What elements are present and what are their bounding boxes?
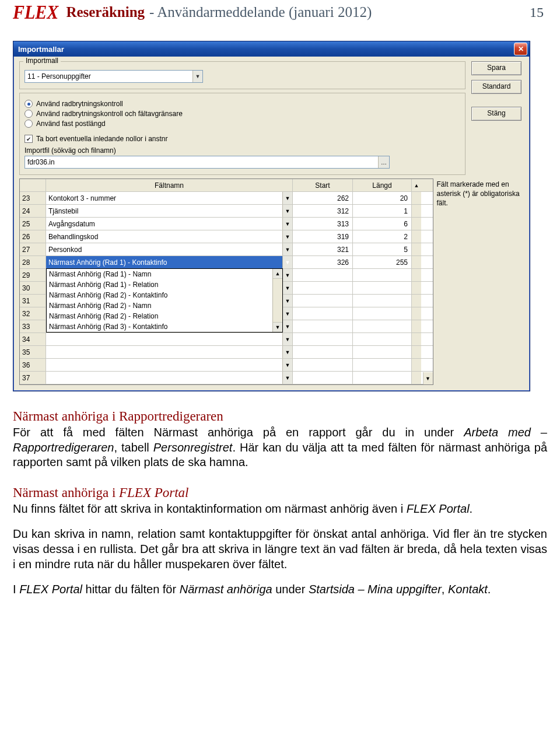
- row-start[interactable]: [293, 295, 353, 307]
- row-fieldname-cell[interactable]: ▼: [46, 333, 293, 345]
- row-fieldname-cell[interactable]: Personkod▼: [46, 243, 293, 256]
- chevron-down-icon[interactable]: ▼: [282, 333, 292, 345]
- row-length[interactable]: [353, 295, 412, 307]
- dropdown-item[interactable]: Närmast Anhörig (Rad 1) - Relation: [47, 279, 282, 290]
- chevron-down-icon[interactable]: ▼: [282, 243, 292, 256]
- row-length[interactable]: 20: [353, 192, 412, 204]
- row-fieldname-cell[interactable]: ▼: [46, 346, 293, 358]
- chevron-down-icon[interactable]: ▼: [282, 218, 292, 230]
- row-length[interactable]: [353, 320, 412, 332]
- dropdown-item[interactable]: Närmast Anhörig (Rad 1) - Namn: [47, 269, 282, 279]
- grid-scroll-track[interactable]: [412, 307, 421, 320]
- window-titlebar[interactable]: Importmallar ✕: [13, 41, 530, 57]
- row-length[interactable]: [353, 333, 412, 345]
- row-length[interactable]: [353, 307, 412, 320]
- row-start[interactable]: [293, 333, 353, 345]
- save-button[interactable]: Spara: [471, 61, 522, 75]
- row-start[interactable]: 319: [293, 230, 353, 243]
- chevron-down-icon[interactable]: ▼: [282, 372, 292, 384]
- dropdown-item[interactable]: Närmast Anhörig (Rad 2) - Relation: [47, 311, 282, 321]
- grid-scroll-track[interactable]: [412, 230, 421, 243]
- row-length[interactable]: [353, 282, 412, 294]
- dropdown-item[interactable]: Närmast Anhörig (Rad 3) - Kontaktinfo: [47, 321, 282, 332]
- table-row[interactable]: 35▼: [20, 346, 433, 359]
- close-button[interactable]: Stäng: [471, 107, 522, 121]
- row-fieldname-cell[interactable]: Kontokort 3 - nummer▼: [46, 192, 293, 204]
- field-grid[interactable]: Fältnamn Start Längd ▲ 23Kontokort 3 - n…: [19, 178, 433, 385]
- dropdown-scrollbar[interactable]: ▲▼: [272, 269, 282, 332]
- grid-scroll-track[interactable]: [412, 218, 421, 230]
- chevron-down-icon[interactable]: ▼: [282, 205, 292, 217]
- row-length[interactable]: 6: [353, 218, 412, 230]
- row-start[interactable]: [293, 282, 353, 294]
- row-fieldname-cell[interactable]: Tjänstebil▼: [46, 205, 293, 217]
- standard-button[interactable]: Standard: [471, 80, 522, 94]
- table-row[interactable]: 36▼: [20, 359, 433, 372]
- grid-scroll-up-icon[interactable]: ▲: [412, 179, 421, 191]
- grid-scroll-track[interactable]: [412, 256, 421, 268]
- row-start[interactable]: [293, 359, 353, 371]
- row-length[interactable]: 1: [353, 205, 412, 217]
- chevron-down-icon[interactable]: ▼: [192, 71, 202, 82]
- grid-scroll-track[interactable]: [412, 205, 421, 217]
- grid-scroll-track[interactable]: [412, 320, 421, 332]
- scroll-down-icon[interactable]: ▼: [273, 322, 282, 332]
- chevron-down-icon[interactable]: ▼: [282, 359, 292, 371]
- row-fieldname-cell[interactable]: Närmast Anhörig (Rad 1) - Kontaktinfo▼Nä…: [46, 256, 293, 268]
- row-length[interactable]: [353, 346, 412, 358]
- grid-scroll-track[interactable]: [412, 243, 421, 256]
- table-row[interactable]: 25Avgångsdatum▼3136: [20, 218, 433, 230]
- row-start[interactable]: 262: [293, 192, 353, 204]
- row-length[interactable]: [353, 359, 412, 371]
- row-start[interactable]: [293, 320, 353, 332]
- chevron-down-icon[interactable]: ▼: [282, 307, 292, 320]
- row-start[interactable]: 326: [293, 256, 353, 268]
- fieldname-dropdown[interactable]: Närmast Anhörig (Rad 1) - NamnNärmast An…: [46, 268, 283, 332]
- row-fieldname-cell[interactable]: ▼: [46, 372, 293, 384]
- row-start[interactable]: [293, 307, 353, 320]
- table-row[interactable]: 28Närmast Anhörig (Rad 1) - Kontaktinfo▼…: [20, 256, 433, 269]
- table-row[interactable]: 34▼: [20, 333, 433, 346]
- browse-icon[interactable]: …: [378, 156, 389, 168]
- row-start[interactable]: [293, 372, 353, 384]
- scroll-up-icon[interactable]: ▲: [273, 269, 282, 279]
- row-length[interactable]: [353, 269, 412, 281]
- row-fieldname-cell[interactable]: Avgångsdatum▼: [46, 218, 293, 230]
- row-start[interactable]: [293, 269, 353, 281]
- row-start[interactable]: 321: [293, 243, 353, 256]
- row-start[interactable]: 313: [293, 218, 353, 230]
- row-fieldname-cell[interactable]: ▼: [46, 359, 293, 371]
- grid-scroll-track[interactable]: [412, 333, 421, 345]
- dropdown-item[interactable]: Närmast Anhörig (Rad 2) - Namn: [47, 300, 282, 311]
- grid-scroll-track[interactable]: [412, 269, 421, 281]
- table-row[interactable]: 24Tjänstebil▼3121: [20, 205, 433, 218]
- row-length[interactable]: [353, 372, 412, 384]
- dropdown-item[interactable]: Närmast Anhörig (Rad 2) - Kontaktinfo: [47, 290, 282, 300]
- radio-fast-postlangd[interactable]: Använd fast postlängd: [24, 120, 460, 128]
- grid-scroll-track[interactable]: [412, 359, 421, 371]
- chevron-down-icon[interactable]: ▼: [282, 320, 292, 332]
- chevron-down-icon[interactable]: ▼: [282, 230, 292, 243]
- row-fieldname-cell[interactable]: Behandlingskod▼: [46, 230, 293, 243]
- table-row[interactable]: 23Kontokort 3 - nummer▼26220: [20, 192, 433, 205]
- radio-radbrytning-avgransare[interactable]: Använd radbrytningskontroll och fältavgr…: [24, 110, 460, 118]
- close-icon[interactable]: ✕: [514, 43, 527, 55]
- grid-scroll-track[interactable]: [412, 346, 421, 358]
- importfile-input[interactable]: fdr036.in …: [24, 156, 390, 169]
- chevron-down-icon[interactable]: ▼: [282, 192, 292, 204]
- grid-scroll-down-icon[interactable]: ▼: [423, 372, 433, 384]
- grid-scroll-track[interactable]: [412, 372, 421, 384]
- row-start[interactable]: 312: [293, 205, 353, 217]
- row-length[interactable]: 5: [353, 243, 412, 256]
- grid-scroll-track[interactable]: [412, 282, 421, 294]
- chevron-down-icon[interactable]: ▼: [282, 282, 292, 294]
- table-row[interactable]: 27Personkod▼3215: [20, 243, 433, 256]
- grid-scroll-track[interactable]: [412, 295, 421, 307]
- grid-scroll-track[interactable]: [412, 192, 421, 204]
- row-length[interactable]: 2: [353, 230, 412, 243]
- checkbox-leading-zeros[interactable]: ✔ Ta bort eventuella inledande nollor i …: [24, 135, 460, 143]
- chevron-down-icon[interactable]: ▼: [282, 346, 292, 358]
- template-select[interactable]: 11 - Personuppgifter ▼: [24, 70, 203, 83]
- table-row[interactable]: 26Behandlingskod▼3192: [20, 230, 433, 243]
- row-length[interactable]: 255: [353, 256, 412, 268]
